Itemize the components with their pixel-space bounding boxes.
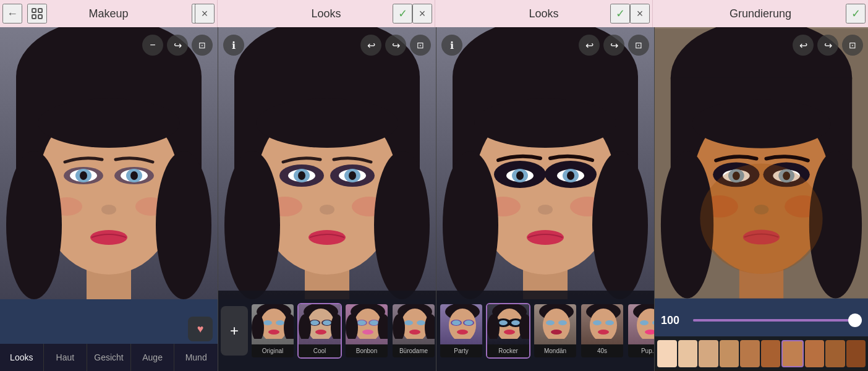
check-button-4[interactable]: ✓ [846,4,866,23]
svg-point-18 [80,171,87,180]
svg-point-95 [516,171,524,180]
looks-title-1: Looks [311,7,341,20]
look-40s[interactable]: 40s [580,303,624,359]
svg-point-60 [315,330,326,335]
svg-point-51 [268,330,279,335]
grundierung-title: Grundierung [730,7,791,20]
look-label-40s: 40s [581,344,623,358]
grid-button[interactable] [27,4,47,23]
svg-point-50 [276,320,284,325]
svg-point-69 [362,330,373,335]
svg-point-122 [546,320,555,325]
swatch-4[interactable] [740,340,760,367]
swatch-3[interactable] [720,340,739,367]
photo-panel-original: − ↪ ⊡ ♥ Looks Haut Gesicht Auge Mund [0,27,218,371]
looks-row: + Original [218,291,436,371]
swatch-2[interactable] [699,340,718,367]
look-label-cool: Cool [299,344,341,358]
slider-value: 100 [661,314,686,327]
tab-haut[interactable]: Haut [44,344,88,371]
look-label-bonbon: Bonbon [346,344,388,358]
svg-point-76 [409,330,420,335]
info-btn-3[interactable]: ℹ [441,35,462,56]
look-cool[interactable]: Cool [297,303,342,359]
look-bonbon[interactable]: Bonbon [344,303,389,359]
close-button-2[interactable]: × [412,4,432,23]
header-section-looks-1: Looks ✓ × [218,0,435,27]
looks-strip: + Original [218,291,436,371]
photo-controls-2-info: ℹ [223,35,244,56]
crop-btn-1[interactable]: ⊡ [192,35,213,56]
look-label-mondan: Mondän [534,344,576,358]
svg-point-88 [474,98,616,148]
looks-strip-2: Party [436,291,654,371]
undo-btn-4[interactable]: ↩ [793,35,814,56]
heart-button[interactable]: ♥ [188,317,213,341]
look-label-party: Party [440,344,482,358]
info-btn-2[interactable]: ℹ [223,35,244,56]
redo-btn-1[interactable]: ↪ [167,35,188,56]
svg-point-75 [417,320,425,325]
crop-btn-3[interactable]: ⊡ [628,35,649,56]
swatch-7[interactable] [805,340,825,367]
photo-controls-3-info: ℹ [441,35,462,56]
look-burodame[interactable]: Bürodame [391,303,436,359]
header-bar: ← Makeup × Looks ✓ × Looks ✓ × [0,0,868,27]
look-original[interactable]: Original [250,303,295,359]
close-button-1[interactable]: × [195,4,215,23]
svg-point-132 [640,320,649,325]
svg-rect-1 [38,9,42,12]
photo-controls-1: − ↪ ⊡ [142,35,213,56]
tab-mund[interactable]: Mund [174,344,218,371]
svg-point-74 [404,320,413,325]
photo-controls-4: ↩ ↪ ⊡ [793,35,863,56]
look-mondan[interactable]: Mondän [533,303,577,359]
svg-point-108 [452,320,461,325]
tab-auge[interactable]: Auge [131,344,175,371]
look-party[interactable]: Party [439,303,483,359]
check-button-2[interactable]: ✓ [393,4,412,23]
look-label-rocker: Rocker [487,344,529,358]
back-button[interactable]: ← [2,4,22,23]
color-swatches [655,336,868,371]
swatch-0[interactable] [657,340,677,367]
swatch-1[interactable] [678,340,698,367]
svg-point-128 [605,320,614,325]
svg-point-103 [592,151,648,299]
svg-point-41 [308,230,346,245]
svg-point-45 [224,151,280,299]
redo-btn-3[interactable]: ↪ [603,35,624,56]
look-label-burodame: Bürodame [393,344,435,358]
svg-point-117 [504,330,515,335]
tab-looks[interactable]: Looks [0,344,44,371]
header-section-grundierung: Grundierung ✓ [653,0,868,27]
swatch-8[interactable] [825,340,845,367]
svg-point-68 [370,320,378,325]
look-label-pup: Pup... [628,344,654,358]
svg-point-19 [130,171,138,180]
tab-gesicht[interactable]: Gesicht [87,344,131,371]
add-look-button[interactable]: + [221,306,248,356]
svg-point-25 [6,151,62,299]
redo-btn-2[interactable]: ↪ [385,35,406,56]
swatch-9[interactable] [846,340,866,367]
svg-point-123 [558,320,567,325]
undo-btn-3[interactable]: ↩ [579,35,600,56]
looks-title-2: Looks [529,7,558,20]
svg-rect-2 [32,15,36,19]
look-pup[interactable]: Pup... [627,303,654,359]
look-rocker[interactable]: Rocker [486,303,530,359]
undo-btn-2[interactable]: ↩ [360,35,381,56]
check-button-3[interactable]: ✓ [610,4,630,23]
slider-thumb[interactable] [848,313,862,327]
slider-track[interactable] [693,319,862,322]
crop-btn-2[interactable]: ⊡ [410,35,431,56]
close-button-3[interactable]: × [630,4,650,23]
minus-btn-1[interactable]: − [142,35,163,56]
crop-btn-4[interactable]: ⊡ [842,35,863,56]
swatch-6[interactable] [781,340,804,367]
svg-point-129 [598,330,609,335]
redo-btn-4[interactable]: ↪ [817,35,838,56]
swatch-5[interactable] [761,340,781,367]
svg-point-39 [349,171,356,180]
